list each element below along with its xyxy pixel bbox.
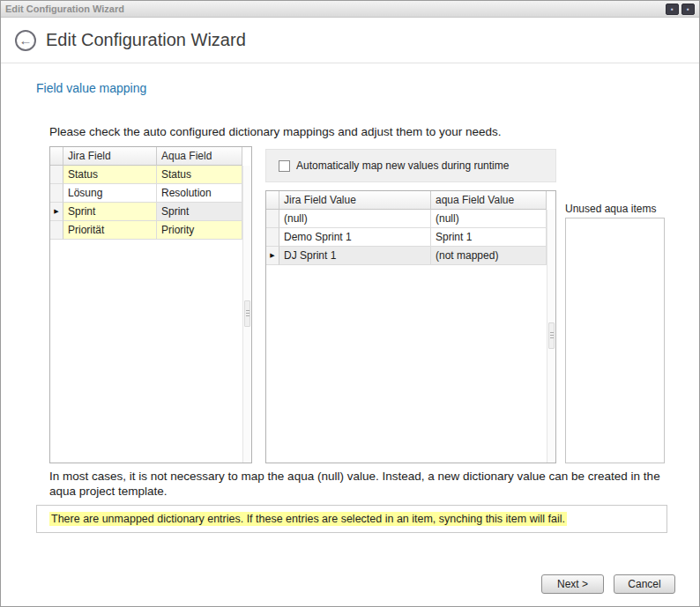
back-button[interactable]: ←	[15, 30, 36, 51]
value-table-col-aqua[interactable]: aqua Field Value	[431, 191, 547, 210]
back-arrow-icon: ←	[19, 33, 33, 48]
aqua-value-cell[interactable]: (not mapped)	[431, 247, 547, 265]
section-title: Field value mapping	[36, 81, 146, 95]
field-table-scrollbar[interactable]	[242, 166, 251, 463]
aqua-field-cell[interactable]: Status	[157, 166, 242, 184]
row-indicator-cell	[50, 221, 63, 240]
jira-value-cell[interactable]: DJ Sprint 1	[279, 247, 431, 265]
jira-field-cell[interactable]: Priorität	[63, 221, 157, 240]
warning-box: There are unmapped dictionary entries. I…	[36, 505, 667, 533]
auto-map-checkbox-label[interactable]: Automatically map new values during runt…	[296, 159, 509, 172]
close-icon[interactable]: ▪	[681, 4, 695, 15]
table-row[interactable]: ▶ Sprint Sprint	[50, 203, 251, 221]
field-table-header-row: Jira Field Aqua Field	[50, 147, 251, 166]
value-mapping-table: Jira Field Value aqua Field Value (null)…	[265, 190, 556, 463]
table-row[interactable]: (null) (null)	[266, 210, 555, 228]
wizard-header: ← Edit Configuration Wizard	[1, 18, 699, 63]
jira-value-cell[interactable]: Demo Sprint 1	[279, 228, 431, 247]
aqua-field-cell[interactable]: Priority	[157, 221, 242, 240]
unused-aqua-items-label: Unused aqua items	[565, 203, 656, 215]
next-button[interactable]: Next >	[541, 574, 604, 594]
row-indicator-cell	[266, 228, 279, 247]
value-table-corner-cell	[266, 191, 279, 210]
cancel-button[interactable]: Cancel	[614, 574, 675, 594]
table-row[interactable]: Lösung Resolution	[50, 184, 251, 203]
instruction-text: Please check the auto configured diction…	[49, 125, 502, 138]
window-controls: ▪ ▪	[666, 4, 695, 15]
aqua-field-cell[interactable]: Resolution	[157, 184, 242, 203]
runtime-mapping-panel: Automatically map new values during runt…	[265, 149, 556, 182]
table-row[interactable]: Status Status	[50, 166, 251, 184]
titlebar-title: Edit Configuration Wizard	[5, 4, 124, 14]
jira-field-cell[interactable]: Sprint	[63, 203, 157, 221]
value-table-scrollbar[interactable]	[547, 210, 555, 463]
aqua-value-cell[interactable]: (null)	[431, 210, 547, 228]
auto-map-checkbox[interactable]	[279, 160, 290, 172]
warning-text: There are unmapped dictionary entries. I…	[49, 512, 567, 526]
titlebar: Edit Configuration Wizard ▪ ▪	[1, 1, 699, 18]
scrollbar-thumb[interactable]	[244, 300, 250, 327]
jira-value-cell[interactable]: (null)	[279, 210, 431, 228]
page-title: Edit Configuration Wizard	[46, 30, 246, 50]
row-indicator-cell	[50, 166, 63, 184]
current-row-marker-icon: ▶	[266, 247, 279, 265]
note-text: In most cases, it is not necessary to ma…	[49, 469, 668, 500]
value-table-header-row: Jira Field Value aqua Field Value	[266, 191, 555, 210]
aqua-value-cell[interactable]: Sprint 1	[431, 228, 547, 247]
value-table-col-jira[interactable]: Jira Field Value	[279, 191, 431, 210]
table-row[interactable]: ▶ DJ Sprint 1 (not mapped)	[266, 247, 555, 265]
jira-field-cell[interactable]: Status	[63, 166, 157, 184]
field-table-col-jira[interactable]: Jira Field	[63, 147, 157, 166]
field-table-col-aqua[interactable]: Aqua Field	[157, 147, 242, 166]
scrollbar-thumb[interactable]	[548, 322, 555, 349]
field-mapping-table: Jira Field Aqua Field Status Status Lösu…	[49, 146, 252, 463]
aqua-field-cell[interactable]: Sprint	[157, 203, 242, 221]
current-row-marker-icon: ▶	[50, 203, 63, 221]
table-row[interactable]: Priorität Priority	[50, 221, 251, 240]
row-indicator-cell	[50, 184, 63, 203]
row-indicator-cell	[266, 210, 279, 228]
unused-aqua-items-list[interactable]	[565, 218, 665, 463]
table-row[interactable]: Demo Sprint 1 Sprint 1	[266, 228, 555, 247]
edit-configuration-wizard-window: Edit Configuration Wizard ▪ ▪ ← Edit Con…	[0, 0, 700, 607]
field-table-corner-cell	[50, 147, 63, 166]
minimize-icon[interactable]: ▪	[666, 4, 679, 15]
jira-field-cell[interactable]: Lösung	[63, 184, 157, 203]
